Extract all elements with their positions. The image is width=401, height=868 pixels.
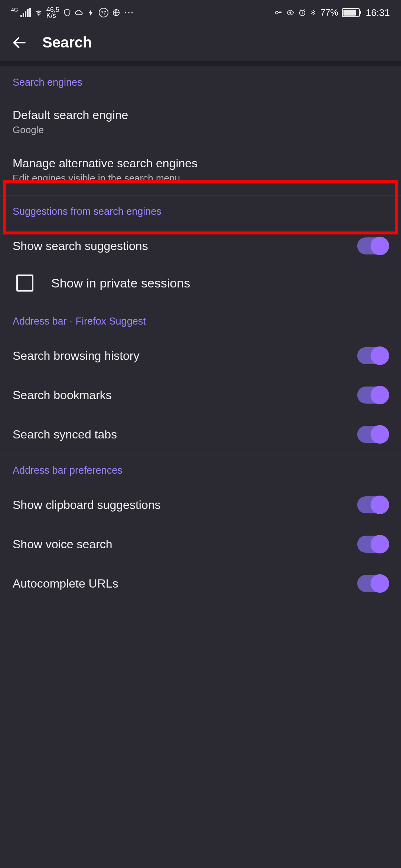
clipboard-label: Show clipboard suggestions <box>13 498 160 512</box>
show-private-label: Show in private sessions <box>51 276 190 290</box>
svg-point-1 <box>276 11 278 14</box>
voice-toggle[interactable] <box>357 536 388 553</box>
cloud-icon <box>75 9 83 17</box>
autocomplete-urls-row[interactable]: Autocomplete URLs <box>0 564 401 603</box>
voice-label: Show voice search <box>13 537 113 551</box>
voice-search-row[interactable]: Show voice search <box>0 525 401 564</box>
default-engine-title: Default search engine <box>13 108 128 122</box>
section-header-firefox-suggest: Address bar - Firefox Suggest <box>0 305 401 336</box>
battery-percentage-label: 77% <box>320 7 338 18</box>
search-synced-toggle[interactable] <box>357 426 388 443</box>
manage-alternative-engines-row[interactable]: Manage alternative search engines Edit e… <box>0 147 401 195</box>
section-divider <box>0 61 401 66</box>
autocomplete-toggle[interactable] <box>357 575 388 592</box>
battery-icon <box>342 8 360 17</box>
section-header-search-engines: Search engines <box>0 66 401 97</box>
eye-icon <box>286 9 294 17</box>
autocomplete-label: Autocomplete URLs <box>13 577 118 591</box>
app-bar: Search <box>0 24 401 61</box>
bolt-icon <box>87 9 95 17</box>
default-search-engine-row[interactable]: Default search engine Google <box>0 97 401 147</box>
clipboard-suggestions-row[interactable]: Show clipboard suggestions <box>0 485 401 525</box>
svg-point-2 <box>289 11 291 14</box>
show-suggestions-toggle[interactable] <box>357 237 388 254</box>
back-arrow-icon[interactable] <box>11 34 27 51</box>
bluetooth-icon <box>310 9 316 17</box>
manage-alt-title: Manage alternative search engines <box>13 157 198 170</box>
globe-icon <box>112 9 120 17</box>
section-header-address-prefs: Address bar preferences <box>0 454 401 485</box>
wifi-icon <box>35 9 43 17</box>
default-engine-value: Google <box>13 124 128 136</box>
show-private-checkbox[interactable] <box>16 274 33 292</box>
show-in-private-row[interactable]: Show in private sessions <box>0 266 401 305</box>
notification-badge: 77 <box>99 8 108 17</box>
search-bookmarks-label: Search bookmarks <box>13 388 112 402</box>
alarm-icon <box>298 9 306 17</box>
network-type-label: 4G <box>11 7 18 13</box>
search-synced-row[interactable]: Search synced tabs <box>0 415 401 454</box>
search-bookmarks-toggle[interactable] <box>357 387 388 404</box>
show-suggestions-label: Show search suggestions <box>13 239 148 253</box>
search-history-row[interactable]: Search browsing history <box>0 336 401 375</box>
clipboard-toggle[interactable] <box>357 496 388 513</box>
search-history-label: Search browsing history <box>13 349 139 363</box>
search-synced-label: Search synced tabs <box>13 428 117 441</box>
section-header-suggestions: Suggestions from search engines <box>0 195 401 226</box>
search-history-toggle[interactable] <box>357 347 388 364</box>
show-search-suggestions-row[interactable]: Show search suggestions <box>0 226 401 266</box>
status-bar: 4G 46,5 K/s 77 ⋯ 77% 16:31 <box>0 0 401 24</box>
signal-icon <box>20 8 31 17</box>
page-title: Search <box>42 34 92 51</box>
search-bookmarks-row[interactable]: Search bookmarks <box>0 375 401 415</box>
key-icon <box>274 9 283 17</box>
shield-icon <box>63 9 71 17</box>
more-notifications-icon: ⋯ <box>124 7 134 19</box>
clock-label: 16:31 <box>366 7 390 19</box>
manage-alt-sub: Edit engines visible in the search menu <box>13 172 198 184</box>
network-speed-label: 46,5 K/s <box>46 7 59 19</box>
